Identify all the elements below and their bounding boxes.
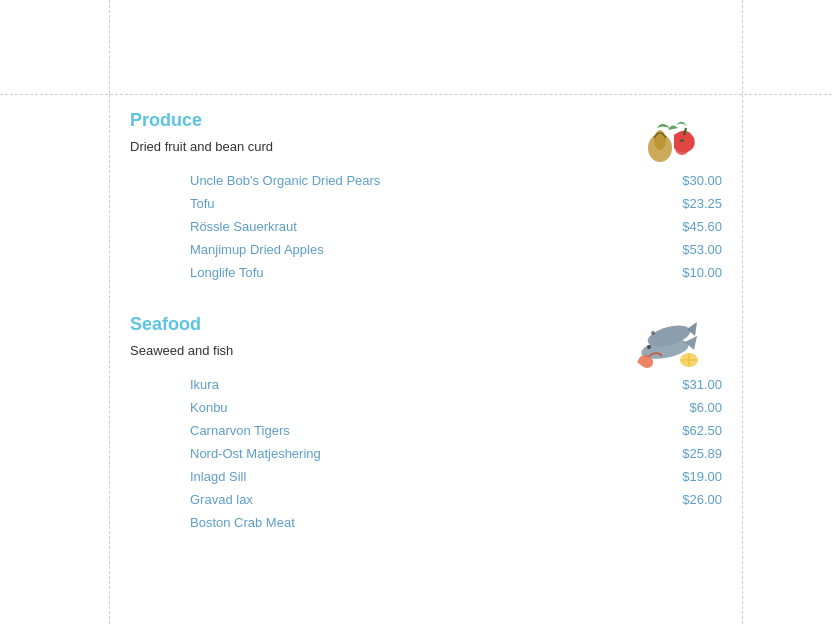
item-price: $25.89: [662, 446, 722, 461]
seafood-section: Seafood Seaweed and fish Ikura$31.00Konb…: [130, 314, 722, 534]
svg-point-6: [647, 345, 651, 349]
item-price: $30.00: [662, 173, 722, 188]
list-item: Rössle Sauerkraut$45.60: [190, 215, 722, 238]
list-item: Carnarvon Tigers$62.50: [190, 419, 722, 442]
list-item: Gravad lax$26.00: [190, 488, 722, 511]
item-name: Manjimup Dried Apples: [190, 242, 324, 257]
item-name: Longlife Tofu: [190, 265, 264, 280]
item-price: $19.00: [662, 469, 722, 484]
list-item: Boston Crab Meat: [190, 511, 722, 534]
list-item: Longlife Tofu$10.00: [190, 261, 722, 284]
produce-svg: [632, 110, 712, 170]
sidebar-left: [0, 95, 110, 624]
item-price: $53.00: [662, 242, 722, 257]
top-right-col: [742, 0, 832, 94]
top-left-col: [0, 0, 110, 94]
item-name: Gravad lax: [190, 492, 253, 507]
list-item: Nord-Ost Matjeshering$25.89: [190, 442, 722, 465]
sidebar-right: [742, 95, 832, 624]
item-name: Inlagd Sill: [190, 469, 246, 484]
item-price: $62.50: [662, 423, 722, 438]
item-name: Uncle Bob's Organic Dried Pears: [190, 173, 380, 188]
produce-section: Produce Dried fruit and bean curd Uncle …: [130, 110, 722, 284]
produce-image: [632, 110, 712, 173]
item-name: Carnarvon Tigers: [190, 423, 290, 438]
list-item: Konbu$6.00: [190, 396, 722, 419]
page-wrapper: Produce Dried fruit and bean curd Uncle …: [0, 0, 832, 624]
seafood-svg: [627, 314, 712, 374]
top-center: [110, 0, 742, 94]
item-price: $6.00: [662, 400, 722, 415]
svg-point-4: [651, 331, 655, 335]
item-price: $31.00: [662, 377, 722, 392]
item-price: $45.60: [662, 219, 722, 234]
produce-items: Uncle Bob's Organic Dried Pears$30.00Tof…: [190, 169, 722, 284]
item-name: Rössle Sauerkraut: [190, 219, 297, 234]
top-bar: [0, 0, 832, 95]
list-item: Manjimup Dried Apples$53.00: [190, 238, 722, 261]
item-name: Ikura: [190, 377, 219, 392]
item-price: $23.25: [662, 196, 722, 211]
list-item: Tofu$23.25: [190, 192, 722, 215]
item-price: $10.00: [662, 265, 722, 280]
item-price: $26.00: [662, 492, 722, 507]
item-name: Boston Crab Meat: [190, 515, 295, 530]
item-name: Konbu: [190, 400, 228, 415]
main-content: Produce Dried fruit and bean curd Uncle …: [0, 95, 832, 624]
item-name: Nord-Ost Matjeshering: [190, 446, 321, 461]
seafood-items: Ikura$31.00Konbu$6.00Carnarvon Tigers$62…: [190, 373, 722, 534]
content-area: Produce Dried fruit and bean curd Uncle …: [110, 95, 742, 624]
item-price: [662, 515, 722, 530]
item-name: Tofu: [190, 196, 215, 211]
seafood-image: [627, 314, 712, 377]
svg-point-2: [675, 141, 689, 155]
list-item: Inlagd Sill$19.00: [190, 465, 722, 488]
